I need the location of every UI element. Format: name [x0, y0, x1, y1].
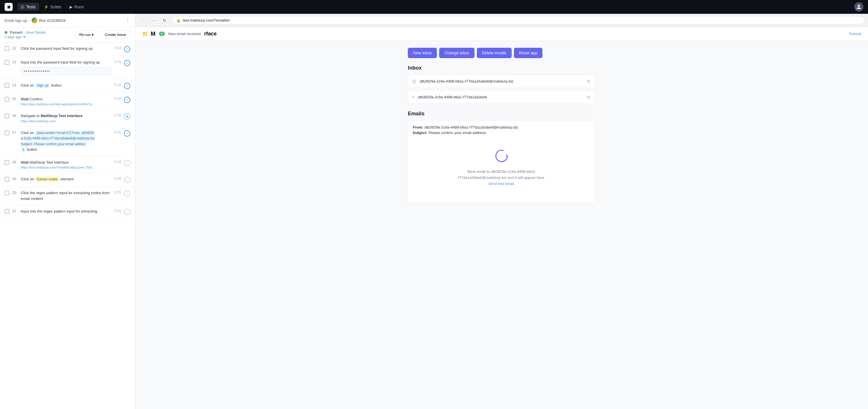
nav-tab-runs[interactable]: ▶ Runs — [66, 3, 87, 11]
step-title-20: Click the regex pattern input for extrac… — [21, 190, 112, 201]
step-time-15: 0:18 — [115, 97, 121, 101]
user-avatar[interactable] — [854, 2, 863, 11]
step-title-21: Input into the regex pattern input for e… — [21, 209, 112, 214]
new-email-text: New email received — [168, 32, 201, 36]
email-meta: From: afb3929a-2c9a-4488-b6a1-f77da1a5ab… — [413, 125, 590, 135]
step-title-13: Input into the password input field for … — [21, 60, 112, 65]
inbox-id-field: # afb3929a-2c9a-4488-b6a1-f77da1a5abe8 ⧉ — [408, 90, 595, 104]
tutorial-link[interactable]: Tutorial — [849, 32, 861, 36]
step-check-17: ✓ — [124, 130, 130, 137]
step-checkbox-17[interactable] — [5, 131, 9, 135]
left-header: Email sign up / Run #11536524 ⋮ — [0, 14, 135, 27]
top-nav: ▣ ☑ Tests ⚡ Suites ▶ Runs — [0, 0, 868, 14]
steps-list: 12 Click the password input field for si… — [0, 42, 135, 409]
step-time-17: 0:21 — [115, 130, 121, 134]
step-number-18: 18 — [12, 160, 18, 164]
step-title-16: Navigate to MailSlurp Test Interface — [21, 113, 112, 119]
step-title-18: Visit MailSlurp Test Interface — [21, 160, 112, 165]
step-subtitle-15: https://api.mailslurp.com/test-applicati… — [21, 102, 112, 106]
nav-tab-tests-label: Tests — [26, 5, 36, 9]
step-content-21: Input into the regex pattern input for e… — [21, 209, 112, 214]
menu-dots-button[interactable]: ⋮ — [125, 17, 130, 24]
step-highlight-17b: s — [21, 147, 26, 152]
status-time: 2 days ago 👁 — [5, 35, 46, 39]
step-content-12: Click the password input field for signi… — [21, 46, 112, 52]
check-circle-15: ✓ — [124, 97, 130, 103]
rerun-button[interactable]: Re-run ▾ — [75, 30, 98, 39]
step-checkbox-18[interactable] — [5, 160, 9, 165]
status-left: Passed - View Details 2 days ago 👁 — [5, 30, 46, 39]
step-content-14: Click on Sign up button — [21, 83, 112, 88]
browser-back-button[interactable]: ← — [138, 17, 147, 25]
check-circle-12: ✓ — [124, 46, 130, 52]
logo[interactable]: ▣ — [5, 3, 13, 11]
breadcrumb-current: Run #11536524 — [39, 19, 66, 23]
email-subject: Subject: Please confirm your email addre… — [413, 131, 590, 135]
breadcrumb-parent[interactable]: Email sign up — [5, 19, 27, 23]
new-inbox-button[interactable]: New inbox — [408, 48, 437, 58]
step-time-21: 0:31 — [115, 209, 121, 213]
step-check-13: ✓ — [124, 60, 130, 66]
step-number-15: 15 — [12, 97, 18, 101]
step-item-21: 21 Input into the regex pattern input fo… — [0, 205, 135, 219]
check-circle-20: ✓ — [124, 190, 130, 197]
chevron-down-icon: ▾ — [92, 32, 94, 37]
status-bar: Passed - View Details 2 days ago 👁 Re-ru… — [0, 27, 135, 42]
browser-forward-button[interactable]: → — [150, 17, 158, 25]
step-highlight-17: [data-testid="email-0"] From: afb3929a-2… — [21, 130, 95, 147]
copy-id-button[interactable]: ⧉ — [586, 93, 591, 101]
right-panel: ← → ↻ 🔒 test.mailslurp.com/?emailId= 📁 M… — [135, 14, 868, 409]
step-checkbox-14[interactable] — [5, 83, 9, 88]
nav-tab-suites-label: Suites — [50, 5, 62, 9]
step-item-17: 17 Click on [data-testid="email-0"] From… — [0, 127, 135, 156]
delete-emails-button[interactable]: Delete emails — [477, 48, 512, 58]
browser-address-bar[interactable]: 🔒 test.mailslurp.com/?emailId= — [172, 16, 865, 25]
step-time-20: 0:31 — [115, 190, 121, 194]
create-issue-button[interactable]: Create Issue — [100, 30, 130, 39]
step-checkbox-12[interactable] — [5, 46, 9, 51]
step-time-19: 0:28 — [115, 177, 121, 181]
inbox-email-value: afb3929a-2c9a-4488-b6a1-f77da1a5abe8@mai… — [420, 79, 582, 84]
step-number-13: 13 — [12, 60, 18, 64]
step-checkbox-20[interactable] — [5, 191, 9, 195]
at-icon: @ — [412, 79, 416, 84]
email-from: From: afb3929a-2c9a-4488-b6a1-f77da1a5ab… — [413, 125, 590, 129]
suites-icon: ⚡ — [44, 5, 49, 9]
step-item-13: 13 Input into the password input field f… — [0, 56, 135, 79]
step-content-15: Visit Confirm https://api.mailslurp.com/… — [21, 96, 112, 106]
step-highlight-signup: Sign up — [35, 83, 50, 88]
left-panel: Email sign up / Run #11536524 ⋮ Passed -… — [0, 14, 135, 409]
step-item: 12 Click the password input field for si… — [0, 42, 135, 56]
change-inbox-button[interactable]: Change inbox — [439, 48, 474, 58]
email-icon: ✉ — [161, 32, 163, 35]
hash-icon: # — [412, 95, 414, 99]
step-checkbox-21[interactable] — [5, 209, 9, 214]
step-content-17: Click on [data-testid="email-0"] From: a… — [21, 130, 112, 152]
eye-icon: 👁 — [23, 35, 26, 39]
check-circle-16 — [124, 113, 130, 120]
step-checkbox-13[interactable] — [5, 60, 9, 65]
browser-url: test.mailslurp.com/?emailId= — [183, 18, 230, 23]
inbox-title: Inbox — [408, 65, 595, 71]
nav-tab-suites[interactable]: ⚡ Suites — [40, 3, 65, 11]
email-placeholder-text: Send email to afb3929a-2c9a-4488-b6a1- f… — [458, 169, 545, 187]
step-check-19: ✓ — [124, 177, 130, 183]
send-test-email-link[interactable]: Send test email. — [488, 182, 515, 186]
step-title-12: Click the password input field for signi… — [21, 46, 112, 52]
copy-email-button[interactable]: ⧉ — [586, 78, 591, 85]
view-details-link[interactable]: View Details — [26, 30, 46, 34]
reset-app-button[interactable]: Reset app — [514, 48, 543, 58]
loading-spinner — [494, 149, 509, 163]
step-checkbox-15[interactable] — [5, 97, 9, 101]
nav-tab-tests[interactable]: ☑ Tests — [17, 3, 39, 11]
check-circle-14: ✓ — [124, 83, 130, 89]
breadcrumb-separator: / — [29, 19, 30, 23]
step-item-14: 14 Click on Sign up button 0:15 ✓ — [0, 79, 135, 93]
step-checkbox-19[interactable] — [5, 177, 9, 182]
step-check-16 — [124, 113, 130, 120]
brand-letter: M — [151, 30, 156, 37]
browser-refresh-button[interactable]: ↻ — [160, 17, 168, 25]
lock-icon: 🔒 — [176, 19, 181, 23]
step-checkbox-16[interactable] — [5, 114, 9, 118]
app-logo: 📁 M — [142, 30, 156, 37]
